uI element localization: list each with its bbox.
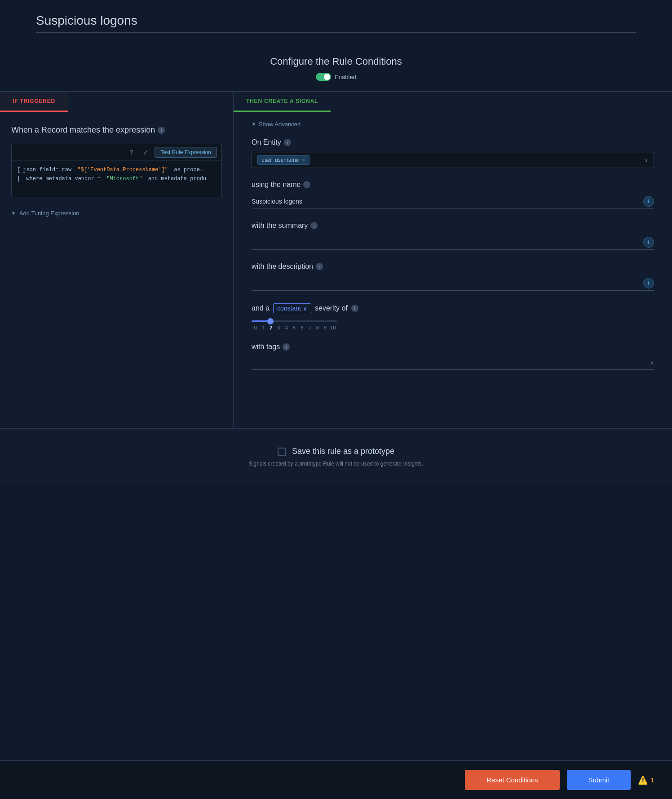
severity-slider-container: 0 1 2 3 4 5 6 7 8 9 10 xyxy=(252,320,654,330)
code-editor-wrapper: ? ⤢ Test Rule Expression [ json field=_r… xyxy=(11,144,222,197)
with-description-section: with the description i + xyxy=(252,262,654,291)
severity-of-text: severity of xyxy=(315,304,348,312)
using-name-plus-button[interactable]: + xyxy=(643,196,654,207)
using-name-section: using the name i + xyxy=(252,181,654,209)
entity-tag-user-username: user_username ✕ xyxy=(257,155,309,165)
panels-wrapper: IF TRIGGERED When a Record matches the e… xyxy=(0,91,672,428)
code-editor-toolbar: ? ⤢ Test Rule Expression xyxy=(12,144,221,161)
record-matches-info-icon[interactable]: i xyxy=(158,127,165,134)
configure-title: Configure the Rule Conditions xyxy=(0,56,672,67)
prototype-label: Save this rule as a prototype xyxy=(292,447,394,456)
with-description-plus-button[interactable]: + xyxy=(643,278,654,289)
left-panel: IF TRIGGERED When a Record matches the e… xyxy=(0,92,234,428)
header: Suspicious logons xyxy=(0,0,672,42)
using-name-label: using the name i xyxy=(252,181,654,189)
slider-label-5: 5 xyxy=(290,325,298,330)
toggle-thumb xyxy=(324,74,330,80)
with-description-input-row: + xyxy=(252,276,654,291)
severity-label: and a constant ∨ severity of i xyxy=(252,303,654,313)
expand-icon-button[interactable]: ⤢ xyxy=(140,147,151,158)
severity-info-icon[interactable]: i xyxy=(351,305,358,312)
slider-label-2: 2 xyxy=(267,325,275,330)
using-name-input-row: + xyxy=(252,194,654,209)
prototype-row: Save this rule as a prototype xyxy=(36,447,636,456)
on-entity-label: On Entity i xyxy=(252,138,654,146)
on-entity-section: On Entity i user_username ✕ ∨ xyxy=(252,138,654,168)
with-summary-section: with the summary i + xyxy=(252,222,654,250)
toggle-track[interactable] xyxy=(316,73,331,81)
slider-label-6: 6 xyxy=(298,325,306,330)
slider-label-7: 7 xyxy=(306,325,314,330)
slider-label-10: 10 xyxy=(329,325,337,330)
tab-then-create-signal[interactable]: THEN CREATE A SIGNAL xyxy=(234,92,331,112)
with-summary-info-icon[interactable]: i xyxy=(310,222,318,229)
slider-label-8: 8 xyxy=(314,325,321,330)
severity-slider[interactable] xyxy=(252,320,337,322)
help-icon-button[interactable]: ? xyxy=(126,147,137,158)
show-advanced-toggle[interactable]: ▼ Show Advanced xyxy=(252,121,654,128)
warning-badge: ⚠️ 1 xyxy=(638,775,654,785)
with-description-label: with the description i xyxy=(252,262,654,271)
configure-section: Configure the Rule Conditions Enabled xyxy=(0,42,672,91)
tags-dropdown[interactable]: ∨ xyxy=(252,356,654,370)
and-a-text: and a xyxy=(252,304,270,312)
tab-bar: IF TRIGGERED xyxy=(0,92,233,112)
page-title: Suspicious logons xyxy=(36,13,636,28)
footer-bar: Reset Conditions Submit ⚠️ 1 xyxy=(0,760,672,799)
with-description-info-icon[interactable]: i xyxy=(316,263,323,270)
with-summary-plus-button[interactable]: + xyxy=(643,237,654,248)
warning-count: 1 xyxy=(650,777,654,784)
with-tags-label: with tags i xyxy=(252,343,654,351)
with-summary-label: with the summary i xyxy=(252,222,654,230)
entity-dropdown-arrow: ∨ xyxy=(645,157,648,163)
toggle-label: Enabled xyxy=(335,74,356,80)
with-summary-input-row: + xyxy=(252,235,654,250)
with-description-input[interactable] xyxy=(252,276,640,290)
prototype-checkbox[interactable] xyxy=(278,448,286,456)
with-tags-info-icon[interactable]: i xyxy=(283,343,290,351)
with-tags-section: with tags i ∨ xyxy=(252,343,654,370)
code-area[interactable]: [ json field=_raw "$['EventData.ProcessN… xyxy=(12,161,221,197)
header-divider xyxy=(36,32,636,33)
page-container: Suspicious logons Configure the Rule Con… xyxy=(0,0,672,485)
code-line-2: | where metadata_vendor = "Microsoft" an… xyxy=(17,174,216,183)
record-matches-title: When a Record matches the expression i xyxy=(11,125,222,135)
prototype-hint: Signals created by a prototype Rule will… xyxy=(36,461,636,467)
enabled-toggle[interactable]: Enabled xyxy=(316,73,356,81)
right-panel-content: ▼ Show Advanced On Entity i user_usernam… xyxy=(234,112,672,396)
prototype-section: Save this rule as a prototype Signals cr… xyxy=(0,428,672,485)
using-name-info-icon[interactable]: i xyxy=(303,181,310,188)
chevron-icon: ▼ xyxy=(11,211,16,216)
warning-icon: ⚠️ xyxy=(638,775,648,785)
entity-tag-remove-button[interactable]: ✕ xyxy=(301,157,305,163)
slider-label-9: 9 xyxy=(321,325,329,330)
constant-dropdown-arrow: ∨ xyxy=(303,305,307,312)
slider-label-0: 0 xyxy=(252,325,259,330)
severity-section: and a constant ∨ severity of i 0 1 xyxy=(252,303,654,330)
on-entity-info-icon[interactable]: i xyxy=(284,139,291,146)
slider-label-3: 3 xyxy=(275,325,283,330)
code-line-1: [ json field=_raw "$['EventData.ProcessN… xyxy=(17,165,216,174)
tab-if-triggered[interactable]: IF TRIGGERED xyxy=(0,92,68,112)
add-tuning-expression[interactable]: ▼ Add Tuning Expression xyxy=(11,206,222,220)
advanced-chevron-icon: ▼ xyxy=(252,122,256,127)
test-rule-expression-button[interactable]: Test Rule Expression xyxy=(155,147,217,158)
slider-labels: 0 1 2 3 4 5 6 7 8 9 10 xyxy=(252,325,337,330)
constant-dropdown[interactable]: constant ∨ xyxy=(273,303,311,313)
slider-label-1: 1 xyxy=(259,325,267,330)
right-panel: THEN CREATE A SIGNAL ▼ Show Advanced On … xyxy=(234,92,672,428)
using-name-input[interactable] xyxy=(252,194,640,209)
slider-label-4: 4 xyxy=(283,325,290,330)
with-summary-input[interactable] xyxy=(252,235,640,249)
reset-conditions-button[interactable]: Reset Conditions xyxy=(465,770,559,790)
left-panel-content: When a Record matches the expression i ?… xyxy=(0,112,233,234)
submit-button[interactable]: Submit xyxy=(567,770,631,790)
entity-dropdown[interactable]: user_username ✕ ∨ xyxy=(252,152,654,168)
tags-dropdown-arrow: ∨ xyxy=(650,360,654,366)
